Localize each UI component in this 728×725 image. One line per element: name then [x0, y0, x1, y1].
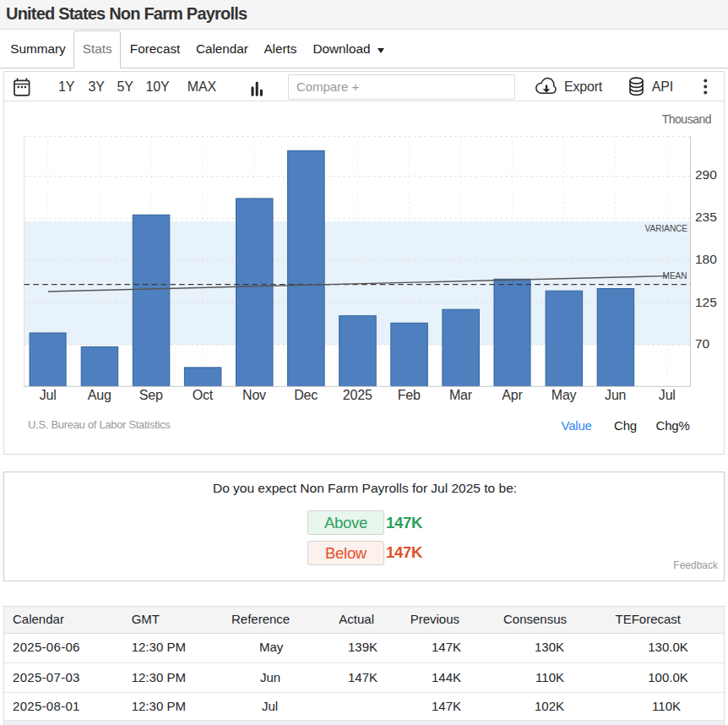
svg-text:Mar: Mar: [449, 388, 473, 402]
svg-text:Jun: Jun: [605, 388, 626, 402]
svg-text:Nov: Nov: [242, 388, 266, 402]
svg-text:235: 235: [695, 210, 717, 224]
svg-text:Sep: Sep: [139, 388, 163, 402]
svg-text:2025: 2025: [343, 388, 372, 402]
svg-text:May: May: [551, 388, 577, 402]
svg-text:Jul: Jul: [659, 388, 676, 402]
svg-text:Apr: Apr: [502, 388, 523, 402]
svg-text:Thousand: Thousand: [662, 112, 711, 126]
svg-text:Aug: Aug: [88, 388, 111, 402]
svg-text:125: 125: [695, 295, 717, 309]
svg-text:290: 290: [695, 167, 717, 182]
svg-text:Jul: Jul: [40, 388, 57, 402]
svg-text:70: 70: [695, 336, 710, 351]
svg-text:Oct: Oct: [193, 388, 214, 402]
svg-text:MEAN: MEAN: [663, 271, 687, 281]
svg-text:Dec: Dec: [294, 388, 318, 402]
svg-text:Feb: Feb: [398, 388, 421, 402]
svg-text:VARIANCE: VARIANCE: [645, 224, 688, 233]
svg-text:180: 180: [695, 252, 717, 266]
